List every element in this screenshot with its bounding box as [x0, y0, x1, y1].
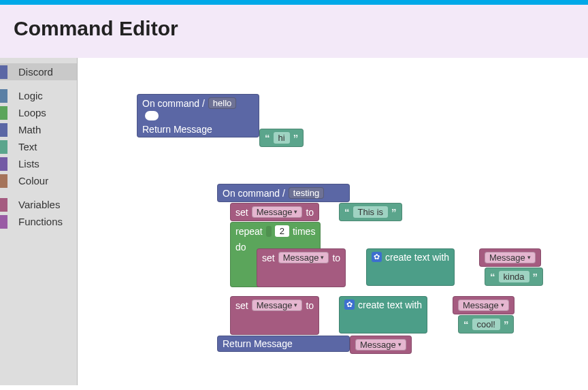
variable-selector[interactable]: Message▾: [252, 299, 303, 311]
dropdown-icon: ▾: [501, 302, 504, 308]
dropdown-icon: ▾: [398, 342, 402, 348]
dropdown-icon: ▾: [321, 255, 324, 261]
value-slot: [266, 226, 272, 237]
to-label: to: [332, 253, 340, 263]
set-label: set: [235, 208, 248, 217]
string-literal-block[interactable]: “ hi ”: [259, 129, 304, 147]
command-name-field[interactable]: testing: [289, 187, 324, 199]
category-swatch: [0, 123, 7, 137]
variable-selector[interactable]: Message▾: [278, 252, 329, 263]
variable-selector[interactable]: Message▾: [355, 339, 406, 351]
category-label: Loops: [18, 107, 46, 118]
on-command-label: On command /: [142, 99, 205, 108]
string-literal-block[interactable]: “ This is ”: [339, 203, 402, 221]
do-label: do: [235, 242, 246, 252]
category-swatch: [0, 65, 7, 79]
category-swatch: [0, 106, 7, 120]
category-variables[interactable]: Variables: [0, 196, 77, 213]
set-variable-block[interactable]: set Message▾ to: [257, 248, 346, 287]
main-area: Discord Logic Loops Math Text Lists Colo…: [0, 58, 588, 385]
string-value-field[interactable]: kinda: [499, 271, 529, 282]
category-label: Text: [18, 141, 37, 152]
category-math[interactable]: Math: [0, 121, 77, 138]
category-swatch: [0, 157, 7, 171]
command-block-testing[interactable]: On command / testing: [217, 184, 350, 202]
category-label: Discord: [18, 66, 53, 78]
category-label: Functions: [18, 216, 63, 227]
category-sidebar: Discord Logic Loops Math Text Lists Colo…: [0, 58, 78, 385]
variable-getter-block[interactable]: Message▾: [479, 248, 541, 267]
category-text[interactable]: Text: [0, 138, 77, 155]
command-name-field[interactable]: hello: [208, 97, 236, 109]
category-swatch: [0, 140, 7, 154]
command-body-bar: [217, 203, 230, 353]
open-quote-icon: “: [265, 133, 270, 143]
string-value-field[interactable]: This is: [353, 206, 389, 218]
page-title: Command Editor: [14, 17, 588, 40]
open-quote-icon: “: [344, 207, 350, 217]
category-swatch: [0, 215, 7, 229]
category-colour[interactable]: Colour: [0, 172, 77, 189]
times-label: times: [293, 227, 315, 236]
create-text-block[interactable]: ✿ create text with: [339, 296, 427, 334]
command-header-row: On command / hello: [137, 94, 259, 112]
dropdown-icon: ▾: [294, 209, 297, 215]
set-label: set: [262, 253, 275, 263]
gear-icon[interactable]: ✿: [372, 252, 382, 262]
category-label: Math: [18, 124, 41, 135]
return-row-block[interactable]: Return Message: [217, 336, 350, 352]
category-lists[interactable]: Lists: [0, 155, 77, 172]
variable-getter-block[interactable]: Message▾: [350, 336, 412, 354]
to-label: to: [306, 208, 314, 217]
top-accent-bar: [0, 0, 588, 5]
category-label: Lists: [18, 158, 39, 169]
to-label: to: [306, 301, 314, 310]
page-header: Command Editor: [0, 5, 588, 58]
variable-selector[interactable]: Message▾: [485, 252, 536, 263]
create-text-label: create text with: [385, 253, 449, 262]
repeat-label: repeat: [235, 227, 263, 236]
string-value-field[interactable]: hi: [274, 132, 290, 144]
create-text-label: create text with: [358, 300, 422, 310]
command-header-row: On command / testing: [217, 184, 350, 202]
dropdown-icon: ▾: [527, 255, 531, 261]
close-quote-icon: ”: [391, 207, 397, 217]
create-text-block[interactable]: ✿ create text with: [366, 248, 455, 286]
category-swatch: [0, 198, 7, 212]
gear-icon[interactable]: ✿: [344, 299, 355, 310]
set-variable-block[interactable]: set Message▾ to: [230, 203, 319, 221]
category-swatch: [0, 89, 7, 103]
dropdown-icon: ▾: [294, 302, 297, 308]
close-quote-icon: ”: [293, 133, 299, 143]
category-discord[interactable]: Discord: [0, 63, 77, 80]
category-label: Colour: [18, 175, 48, 186]
category-functions[interactable]: Functions: [0, 213, 77, 230]
string-literal-block[interactable]: “ kinda ”: [485, 267, 543, 286]
string-value-field[interactable]: cool!: [472, 319, 500, 330]
variable-selector[interactable]: Message▾: [252, 206, 303, 218]
return-row: Return Message: [137, 119, 259, 137]
set-variable-block[interactable]: set Message▾ to: [230, 296, 319, 335]
category-swatch: [0, 174, 7, 188]
string-literal-block[interactable]: “ cool! ”: [458, 315, 514, 334]
category-label: Logic: [18, 90, 43, 101]
block-canvas[interactable]: On command / hello Return Message “ hi ”…: [78, 58, 588, 385]
variable-selector[interactable]: Message▾: [458, 299, 509, 311]
repeat-count-field[interactable]: 2: [275, 225, 289, 237]
set-label: set: [235, 301, 248, 310]
close-quote-icon: ”: [533, 272, 538, 282]
category-logic[interactable]: Logic: [0, 87, 77, 104]
category-label: Variables: [18, 199, 60, 210]
category-loops[interactable]: Loops: [0, 104, 77, 121]
close-quote-icon: ”: [504, 319, 509, 329]
variable-getter-block[interactable]: Message▾: [453, 296, 514, 314]
open-quote-icon: “: [490, 272, 495, 282]
open-quote-icon: “: [463, 319, 469, 329]
command-block-hello[interactable]: On command / hello Return Message: [137, 94, 259, 137]
return-label: Return Message: [142, 125, 212, 134]
return-label: Return Message: [223, 339, 293, 348]
on-command-label: On command /: [223, 189, 285, 198]
